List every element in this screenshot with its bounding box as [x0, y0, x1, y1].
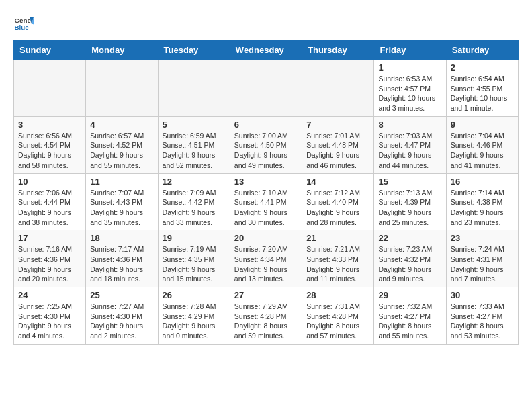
day-number: 15 [378, 177, 441, 187]
day-number: 26 [163, 290, 226, 300]
day-number: 21 [306, 233, 369, 243]
logo-icon: General Blue [13, 13, 34, 34]
day-number: 24 [18, 290, 81, 300]
calendar-cell: 2Sunrise: 6:54 AM Sunset: 4:55 PM Daylig… [446, 60, 518, 117]
calendar-header-saturday: Saturday [446, 41, 518, 60]
calendar-cell: 10Sunrise: 7:06 AM Sunset: 4:44 PM Dayli… [14, 173, 86, 230]
day-number: 8 [378, 120, 441, 130]
calendar-cell: 21Sunrise: 7:21 AM Sunset: 4:33 PM Dayli… [302, 230, 374, 287]
svg-text:Blue: Blue [15, 24, 30, 31]
calendar-week-row: 17Sunrise: 7:16 AM Sunset: 4:36 PM Dayli… [14, 230, 519, 287]
day-number: 14 [306, 177, 369, 187]
calendar-table: SundayMondayTuesdayWednesdayThursdayFrid… [13, 40, 519, 345]
calendar-cell: 19Sunrise: 7:19 AM Sunset: 4:35 PM Dayli… [158, 230, 230, 287]
calendar-cell: 17Sunrise: 7:16 AM Sunset: 4:36 PM Dayli… [14, 230, 86, 287]
calendar-cell: 15Sunrise: 7:13 AM Sunset: 4:39 PM Dayli… [374, 173, 446, 230]
day-info: Sunrise: 7:21 AM Sunset: 4:33 PM Dayligh… [306, 244, 369, 284]
calendar-cell: 24Sunrise: 7:25 AM Sunset: 4:30 PM Dayli… [14, 287, 86, 345]
day-info: Sunrise: 7:28 AM Sunset: 4:29 PM Dayligh… [163, 302, 226, 341]
calendar-cell: 3Sunrise: 6:56 AM Sunset: 4:54 PM Daylig… [14, 116, 86, 173]
day-info: Sunrise: 7:19 AM Sunset: 4:35 PM Dayligh… [163, 244, 226, 284]
day-number: 27 [234, 290, 298, 300]
day-info: Sunrise: 7:00 AM Sunset: 4:50 PM Dayligh… [234, 131, 298, 171]
calendar-header-sunday: Sunday [14, 41, 86, 60]
calendar-header-wednesday: Wednesday [230, 41, 302, 60]
day-number: 19 [163, 233, 226, 243]
day-number: 10 [18, 177, 81, 187]
day-number: 13 [234, 177, 298, 187]
calendar-cell: 12Sunrise: 7:09 AM Sunset: 4:42 PM Dayli… [158, 173, 230, 230]
calendar-cell: 30Sunrise: 7:33 AM Sunset: 4:27 PM Dayli… [446, 287, 518, 345]
calendar-header-friday: Friday [374, 41, 446, 60]
day-info: Sunrise: 7:23 AM Sunset: 4:32 PM Dayligh… [378, 244, 441, 284]
day-info: Sunrise: 7:31 AM Sunset: 4:28 PM Dayligh… [306, 302, 369, 341]
page-header: General Blue [13, 13, 519, 34]
day-number: 2 [451, 62, 514, 73]
calendar-cell: 14Sunrise: 7:12 AM Sunset: 4:40 PM Dayli… [302, 173, 374, 230]
calendar-cell: 18Sunrise: 7:17 AM Sunset: 4:36 PM Dayli… [86, 230, 158, 287]
calendar-cell: 1Sunrise: 6:53 AM Sunset: 4:57 PM Daylig… [374, 60, 446, 117]
calendar-header-monday: Monday [86, 41, 158, 60]
calendar-cell [14, 60, 86, 117]
calendar-cell: 11Sunrise: 7:07 AM Sunset: 4:43 PM Dayli… [86, 173, 158, 230]
calendar-cell: 9Sunrise: 7:04 AM Sunset: 4:46 PM Daylig… [446, 116, 518, 173]
day-number: 29 [378, 290, 441, 300]
calendar-cell: 22Sunrise: 7:23 AM Sunset: 4:32 PM Dayli… [374, 230, 446, 287]
day-number: 4 [90, 120, 153, 130]
calendar-cell: 4Sunrise: 6:57 AM Sunset: 4:52 PM Daylig… [86, 116, 158, 173]
calendar-cell [302, 60, 374, 117]
day-number: 11 [90, 177, 153, 187]
day-info: Sunrise: 7:10 AM Sunset: 4:41 PM Dayligh… [234, 188, 298, 228]
calendar-cell: 5Sunrise: 6:59 AM Sunset: 4:51 PM Daylig… [158, 116, 230, 173]
day-info: Sunrise: 7:24 AM Sunset: 4:31 PM Dayligh… [451, 244, 514, 284]
calendar-cell: 25Sunrise: 7:27 AM Sunset: 4:30 PM Dayli… [86, 287, 158, 345]
calendar-cell: 26Sunrise: 7:28 AM Sunset: 4:29 PM Dayli… [158, 287, 230, 345]
day-info: Sunrise: 7:25 AM Sunset: 4:30 PM Dayligh… [18, 302, 81, 341]
day-info: Sunrise: 7:07 AM Sunset: 4:43 PM Dayligh… [90, 188, 153, 228]
calendar-cell: 7Sunrise: 7:01 AM Sunset: 4:48 PM Daylig… [302, 116, 374, 173]
day-info: Sunrise: 7:06 AM Sunset: 4:44 PM Dayligh… [18, 188, 81, 228]
day-info: Sunrise: 7:09 AM Sunset: 4:42 PM Dayligh… [163, 188, 226, 228]
day-number: 12 [163, 177, 226, 187]
calendar-week-row: 10Sunrise: 7:06 AM Sunset: 4:44 PM Dayli… [14, 173, 519, 230]
day-info: Sunrise: 7:14 AM Sunset: 4:38 PM Dayligh… [451, 188, 514, 228]
calendar-cell: 28Sunrise: 7:31 AM Sunset: 4:28 PM Dayli… [302, 287, 374, 345]
calendar-cell [86, 60, 158, 117]
calendar-cell [230, 60, 302, 117]
day-info: Sunrise: 7:33 AM Sunset: 4:27 PM Dayligh… [451, 302, 514, 341]
day-info: Sunrise: 7:13 AM Sunset: 4:39 PM Dayligh… [378, 188, 441, 228]
calendar-cell: 16Sunrise: 7:14 AM Sunset: 4:38 PM Dayli… [446, 173, 518, 230]
calendar-cell: 20Sunrise: 7:20 AM Sunset: 4:34 PM Dayli… [230, 230, 302, 287]
calendar-cell: 13Sunrise: 7:10 AM Sunset: 4:41 PM Dayli… [230, 173, 302, 230]
calendar-cell [158, 60, 230, 117]
calendar-cell: 27Sunrise: 7:29 AM Sunset: 4:28 PM Dayli… [230, 287, 302, 345]
calendar-header-tuesday: Tuesday [158, 41, 230, 60]
day-number: 23 [451, 233, 514, 243]
day-info: Sunrise: 7:01 AM Sunset: 4:48 PM Dayligh… [306, 131, 369, 171]
day-info: Sunrise: 6:54 AM Sunset: 4:55 PM Dayligh… [451, 74, 514, 113]
day-number: 9 [451, 120, 514, 130]
day-number: 18 [90, 233, 153, 243]
day-info: Sunrise: 7:12 AM Sunset: 4:40 PM Dayligh… [306, 188, 369, 228]
day-info: Sunrise: 7:16 AM Sunset: 4:36 PM Dayligh… [18, 244, 81, 284]
calendar-header-thursday: Thursday [302, 41, 374, 60]
day-info: Sunrise: 7:03 AM Sunset: 4:47 PM Dayligh… [378, 131, 441, 171]
calendar-cell: 23Sunrise: 7:24 AM Sunset: 4:31 PM Dayli… [446, 230, 518, 287]
day-number: 20 [234, 233, 298, 243]
calendar-cell: 8Sunrise: 7:03 AM Sunset: 4:47 PM Daylig… [374, 116, 446, 173]
day-info: Sunrise: 7:20 AM Sunset: 4:34 PM Dayligh… [234, 244, 298, 284]
calendar-week-row: 3Sunrise: 6:56 AM Sunset: 4:54 PM Daylig… [14, 116, 519, 173]
calendar-week-row: 1Sunrise: 6:53 AM Sunset: 4:57 PM Daylig… [14, 60, 519, 117]
day-number: 30 [451, 290, 514, 300]
calendar-cell: 29Sunrise: 7:32 AM Sunset: 4:27 PM Dayli… [374, 287, 446, 345]
calendar-week-row: 24Sunrise: 7:25 AM Sunset: 4:30 PM Dayli… [14, 287, 519, 345]
day-info: Sunrise: 6:59 AM Sunset: 4:51 PM Dayligh… [163, 131, 226, 171]
day-info: Sunrise: 6:53 AM Sunset: 4:57 PM Dayligh… [378, 74, 441, 113]
day-number: 1 [378, 62, 441, 73]
day-number: 16 [451, 177, 514, 187]
day-info: Sunrise: 7:27 AM Sunset: 4:30 PM Dayligh… [90, 302, 153, 341]
calendar-header-row: SundayMondayTuesdayWednesdayThursdayFrid… [14, 41, 519, 60]
day-number: 5 [163, 120, 226, 130]
day-number: 7 [306, 120, 369, 130]
calendar-cell: 6Sunrise: 7:00 AM Sunset: 4:50 PM Daylig… [230, 116, 302, 173]
